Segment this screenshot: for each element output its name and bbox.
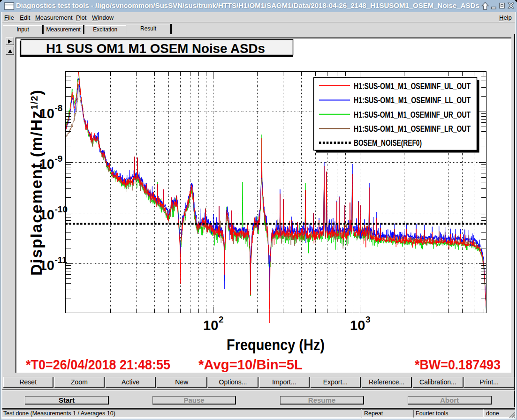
svg-text:*BW=0.187493: *BW=0.187493 [415, 357, 501, 372]
svg-text:-11: -11 [55, 255, 68, 265]
svg-text:3: 3 [365, 315, 371, 324]
svg-text:2: 2 [219, 315, 224, 324]
svg-text:-9: -9 [55, 154, 63, 164]
svg-text:H1:SUS-OM1_M1_OSEMINF_LR_OUT: H1:SUS-OM1_M1_OSEMINF_LR_OUT [354, 124, 471, 134]
svg-text:Displacement (m/Hz1/2): Displacement (m/Hz1/2) [27, 90, 45, 276]
svg-text:H1:SUS-OM1_M1_OSEMINF_LL_OUT: H1:SUS-OM1_M1_OSEMINF_LL_OUT [354, 96, 471, 105]
svg-text:BOSEM_NOISE(REF0): BOSEM_NOISE(REF0) [354, 138, 422, 148]
svg-text:*Avg=10/Bin=5L: *Avg=10/Bin=5L [198, 357, 303, 372]
svg-text:H1:SUS-OM1_M1_OSEMINF_UR_OUT: H1:SUS-OM1_M1_OSEMINF_UR_OUT [354, 110, 471, 120]
svg-text:*T0=26/04/2018 21:48:55: *T0=26/04/2018 21:48:55 [26, 357, 170, 372]
svg-text:10: 10 [203, 318, 218, 333]
svg-text:-10: -10 [55, 204, 68, 214]
svg-text:H1:SUS-OM1_M1_OSEMINF_UL_OUT: H1:SUS-OM1_M1_OSEMINF_UL_OUT [354, 82, 471, 91]
svg-text:-8: -8 [55, 103, 63, 113]
svg-text:Frequency (Hz): Frequency (Hz) [227, 336, 325, 353]
svg-text:10: 10 [350, 318, 365, 333]
svg-text:H1 SUS OM1 M1 OSEM Noise ASDs: H1 SUS OM1 M1 OSEM Noise ASDs [46, 41, 265, 56]
